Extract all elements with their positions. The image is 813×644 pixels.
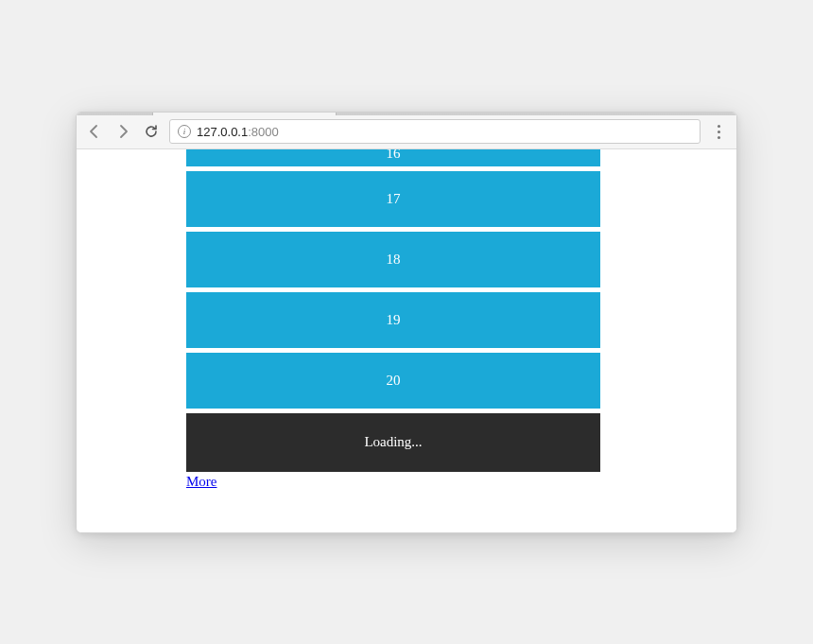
list-item-label: 16 <box>387 149 401 162</box>
list-item-label: 17 <box>387 191 401 207</box>
browser-tab[interactable]: Infinite Scroll × <box>152 112 337 115</box>
browser-window: Infinite Scroll × Guest i 127.0.0.1:8000 <box>76 112 737 533</box>
loading-indicator: Loading... <box>186 413 600 472</box>
list-item-label: 20 <box>387 373 401 389</box>
site-info-icon[interactable]: i <box>178 125 191 138</box>
reload-button[interactable] <box>141 121 162 142</box>
tabstrip: Infinite Scroll × Guest <box>77 112 736 115</box>
url-port: :8000 <box>248 125 279 139</box>
list-item: 17 <box>186 171 600 227</box>
browser-toolbar: i 127.0.0.1:8000 <box>77 115 736 149</box>
list-item: 20 <box>186 353 600 409</box>
list-item: 18 <box>186 232 600 287</box>
browser-menu-button[interactable] <box>708 119 729 144</box>
url-host: 127.0.0.1 <box>197 125 248 139</box>
forward-button[interactable] <box>112 121 133 142</box>
list-item-label: 18 <box>387 252 401 268</box>
back-button[interactable] <box>84 121 105 142</box>
loading-text: Loading... <box>364 434 422 450</box>
address-bar[interactable]: i 127.0.0.1:8000 <box>169 119 701 144</box>
list-item: 19 <box>186 292 600 348</box>
content-area: 16 17 18 19 20 Loading... More <box>186 149 600 490</box>
list-item-label: 19 <box>387 312 401 328</box>
more-link[interactable]: More <box>186 474 600 490</box>
list-item: 16 <box>186 149 600 166</box>
page-viewport[interactable]: 16 17 18 19 20 Loading... More <box>77 149 736 532</box>
